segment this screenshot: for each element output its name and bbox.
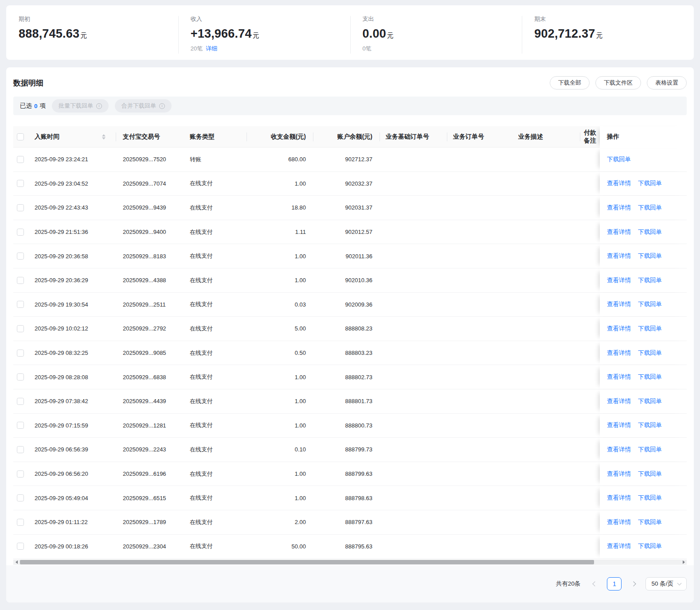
col-header-order: 业务订单号 [447, 126, 512, 147]
cell-payer-note [580, 220, 600, 244]
horizontal-scrollbar[interactable] [13, 559, 687, 565]
stat-opening-balance: 期初 888,745.63元 [6, 5, 178, 60]
row-checkbox[interactable] [17, 325, 24, 332]
cell-actions: 下载回单 [600, 148, 687, 171]
cell-time: 2025-09-29 06:56:39 [35, 438, 116, 462]
cell-time: 2025-09-29 21:51:36 [35, 220, 116, 244]
download-receipt-link[interactable]: 下载回单 [638, 446, 662, 454]
row-checkbox[interactable] [17, 253, 24, 260]
cell-transaction-id: 20250929...7074 [116, 172, 188, 196]
page-size-select[interactable]: 50 条/页 [645, 577, 687, 591]
row-select-cell [13, 196, 35, 220]
download-receipt-link[interactable]: 下载回单 [638, 397, 662, 405]
cell-payer-note [580, 414, 600, 438]
cell-description [512, 196, 580, 220]
download-receipt-link[interactable]: 下载回单 [638, 518, 662, 526]
view-detail-link[interactable]: 查看详情 [607, 179, 631, 187]
view-detail-link[interactable]: 查看详情 [607, 276, 631, 284]
view-detail-link[interactable]: 查看详情 [607, 470, 631, 478]
download-receipt-link[interactable]: 下载回单 [638, 228, 662, 236]
row-checkbox[interactable] [17, 422, 24, 429]
download-receipt-link[interactable]: 下载回单 [638, 325, 662, 333]
stat-amount: 902,712.37 [534, 27, 595, 40]
cell-order [447, 172, 512, 196]
caret-up-icon [102, 134, 106, 136]
view-detail-link[interactable]: 查看详情 [607, 397, 631, 405]
download-receipt-link[interactable]: 下载回单 [638, 421, 662, 429]
view-detail-link[interactable]: 查看详情 [607, 421, 631, 429]
scroll-left-arrow-icon[interactable] [14, 560, 19, 564]
prev-page-button[interactable] [589, 578, 601, 590]
cell-account-type: 在线支付 [188, 244, 247, 268]
merge-download-button[interactable]: 合并下载回单 i [115, 99, 172, 113]
download-receipt-link[interactable]: 下载回单 [638, 179, 662, 187]
row-checkbox[interactable] [17, 301, 24, 308]
view-detail-link[interactable]: 查看详情 [607, 518, 631, 526]
download-receipt-link[interactable]: 下载回单 [607, 155, 631, 163]
cell-amount: 1.00 [247, 268, 313, 292]
row-checkbox[interactable] [17, 350, 24, 357]
download-receipt-link[interactable]: 下载回单 [638, 204, 662, 212]
col-header-time[interactable]: 入账时间 [35, 126, 116, 147]
row-checkbox[interactable] [17, 446, 24, 453]
row-checkbox[interactable] [17, 373, 24, 381]
stat-income: 收入 +13,966.74元 20笔详细 [178, 5, 350, 60]
cell-payer-note [580, 196, 600, 220]
stat-value: 0.00元 [363, 27, 522, 41]
download-all-button[interactable]: 下载全部 [550, 76, 590, 89]
cell-payer-note [580, 510, 600, 534]
view-detail-link[interactable]: 查看详情 [607, 373, 631, 381]
view-detail-link[interactable]: 查看详情 [607, 228, 631, 236]
download-receipt-link[interactable]: 下载回单 [638, 373, 662, 381]
cell-base-order [380, 244, 447, 268]
view-detail-link[interactable]: 查看详情 [607, 325, 631, 333]
cell-base-order [380, 438, 447, 462]
view-detail-link[interactable]: 查看详情 [607, 349, 631, 357]
download-receipt-link[interactable]: 下载回单 [638, 349, 662, 357]
view-detail-link[interactable]: 查看详情 [607, 300, 631, 308]
col-header-base-order: 业务基础订单号 [380, 126, 447, 147]
table-settings-button[interactable]: 表格设置 [647, 76, 687, 89]
row-checkbox[interactable] [17, 180, 24, 187]
sort-icon[interactable] [102, 134, 106, 140]
download-receipt-link[interactable]: 下载回单 [638, 494, 662, 502]
row-checkbox[interactable] [17, 204, 24, 211]
row-checkbox[interactable] [17, 229, 24, 236]
download-receipt-link[interactable]: 下载回单 [638, 276, 662, 284]
download-filezone-button[interactable]: 下载文件区 [595, 76, 641, 89]
cell-order [447, 196, 512, 220]
download-receipt-link[interactable]: 下载回单 [638, 300, 662, 308]
cell-time: 2025-09-29 00:18:26 [35, 535, 116, 559]
select-all-checkbox[interactable] [17, 133, 24, 140]
income-detail-link[interactable]: 详细 [206, 45, 217, 52]
row-checkbox[interactable] [17, 519, 24, 526]
download-receipt-link[interactable]: 下载回单 [638, 252, 662, 260]
download-receipt-link[interactable]: 下载回单 [638, 542, 662, 550]
caret-down-icon [102, 137, 106, 140]
view-detail-link[interactable]: 查看详情 [607, 494, 631, 502]
view-detail-link[interactable]: 查看详情 [607, 204, 631, 212]
next-page-button[interactable] [628, 578, 639, 590]
info-icon: i [96, 103, 102, 109]
row-checkbox[interactable] [17, 543, 24, 550]
row-checkbox[interactable] [17, 470, 24, 478]
merge-download-label: 合并下载回单 [121, 102, 156, 110]
view-detail-link[interactable]: 查看详情 [607, 542, 631, 550]
cell-amount: 680.00 [247, 148, 313, 171]
cell-description [512, 148, 580, 171]
view-detail-link[interactable]: 查看详情 [607, 446, 631, 454]
cell-time: 2025-09-29 23:04:52 [35, 172, 116, 196]
cell-description [512, 438, 580, 462]
row-checkbox[interactable] [17, 398, 24, 405]
row-checkbox[interactable] [17, 277, 24, 284]
cell-payer-note [580, 148, 600, 171]
table-row: 2025-09-29 07:15:5920250929...1281在线支付1.… [13, 414, 687, 438]
download-receipt-link[interactable]: 下载回单 [638, 470, 662, 478]
page-number-button[interactable]: 1 [607, 577, 622, 591]
batch-download-button[interactable]: 批量下载回单 i [52, 99, 109, 113]
scrollbar-thumb[interactable] [20, 560, 594, 564]
view-detail-link[interactable]: 查看详情 [607, 252, 631, 260]
row-checkbox[interactable] [17, 156, 24, 163]
row-checkbox[interactable] [17, 494, 24, 501]
scroll-right-arrow-icon[interactable] [681, 560, 686, 564]
